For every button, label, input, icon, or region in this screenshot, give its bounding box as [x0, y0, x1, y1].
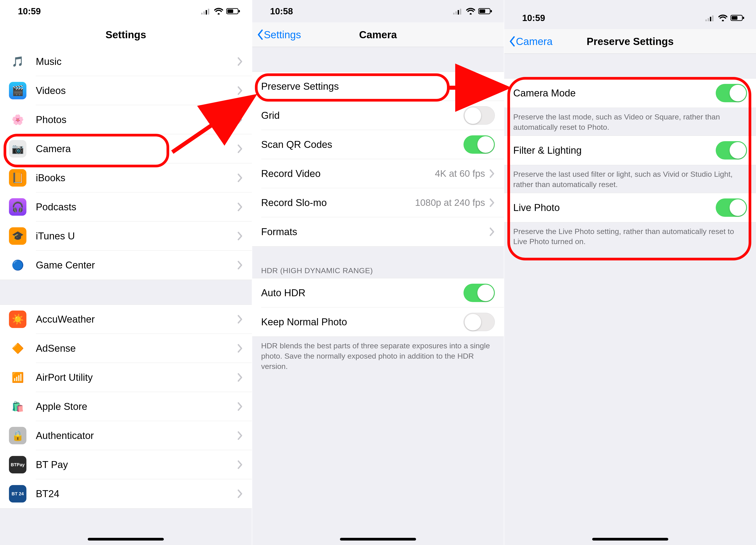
status-indicators: [705, 12, 745, 24]
hdr-section-header: HDR (HIGH DYNAMIC RANGE): [252, 262, 504, 278]
status-time: 10:59: [522, 13, 545, 23]
camera-row-record-video[interactable]: Record Video4K at 60 fps: [252, 159, 504, 188]
chevron-right-icon: [237, 315, 243, 324]
grid-toggle[interactable]: [463, 106, 495, 125]
settings-row-photos[interactable]: 🌸Photos: [0, 105, 252, 134]
chevron-right-icon: [237, 489, 243, 498]
status-indicators: [453, 6, 493, 17]
itunesu-icon: 🎓: [9, 227, 26, 245]
settings-row-ibooks[interactable]: 📙iBooks: [0, 163, 252, 193]
status-time: 10:59: [18, 6, 41, 16]
settings-row-music[interactable]: 🎵Music: [0, 47, 252, 76]
settings-row-apple-store[interactable]: 🛍️Apple Store: [0, 392, 252, 421]
preserve-footer-filter-lighting: Preserve the last used filter or light, …: [504, 165, 756, 193]
camera-row-record-slo-mo[interactable]: Record Slo-mo1080p at 240 fps: [252, 188, 504, 217]
svg-rect-10: [460, 9, 461, 15]
camera-mode-toggle[interactable]: [716, 84, 747, 102]
home-indicator[interactable]: [88, 538, 164, 541]
chevron-right-icon: [237, 57, 243, 66]
photos-icon: 🌸: [9, 111, 26, 128]
settings-row-label: AdSense: [36, 343, 237, 354]
keep-normal-photo-toggle[interactable]: [463, 313, 495, 331]
settings-row-label: Game Center: [36, 260, 237, 271]
cellular-signal-icon: [453, 6, 463, 17]
page-title: Settings: [106, 29, 146, 41]
chevron-right-icon: [237, 203, 243, 212]
svg-rect-6: [239, 10, 240, 12]
camera-row-formats[interactable]: Formats: [252, 217, 504, 246]
navbar: Settings Camera: [252, 22, 504, 47]
music-icon: 🎵: [9, 53, 26, 70]
preserve-row-live-photo[interactable]: Live Photo: [504, 193, 756, 222]
back-label: Settings: [264, 29, 301, 41]
row-label: Keep Normal Photo: [261, 316, 464, 327]
row-label: Record Video: [261, 168, 435, 179]
preserve-row-filter-lighting[interactable]: Filter & Lighting: [504, 136, 756, 165]
applestore-icon: 🛍️: [9, 398, 26, 415]
camera-row-scan-qr-codes[interactable]: Scan QR Codes: [252, 130, 504, 159]
settings-row-airport-utility[interactable]: 📶AirPort Utility: [0, 363, 252, 392]
home-indicator[interactable]: [592, 538, 668, 541]
camera-row-preserve-settings[interactable]: Preserve Settings: [252, 72, 504, 101]
page-title: Preserve Settings: [587, 35, 674, 47]
settings-row-label: iTunes U: [36, 231, 237, 242]
svg-rect-5: [227, 9, 233, 13]
preserve-footer-camera-mode: Preserve the last mode, such as Video or…: [504, 108, 756, 136]
filter-lighting-toggle[interactable]: [716, 141, 747, 160]
settings-row-itunes-u[interactable]: 🎓iTunes U: [0, 222, 252, 251]
chevron-right-icon: [237, 232, 243, 241]
settings-row-authenticator[interactable]: 🔒Authenticator: [0, 421, 252, 450]
settings-row-accuweather[interactable]: ☀️AccuWeather: [0, 305, 252, 334]
chevron-right-icon: [237, 144, 243, 153]
scan-qr-codes-toggle[interactable]: [463, 135, 495, 154]
row-detail: 1080p at 240 fps: [415, 197, 485, 208]
row-label: Grid: [261, 110, 464, 121]
settings-row-label: Apple Store: [36, 401, 237, 412]
home-indicator[interactable]: [340, 538, 416, 541]
chevron-right-icon: [489, 227, 495, 236]
settings-row-camera[interactable]: 📷Camera: [0, 134, 252, 163]
svg-rect-12: [479, 9, 485, 13]
settings-row-label: AirPort Utility: [36, 372, 237, 383]
row-label: Filter & Lighting: [513, 145, 716, 156]
svg-rect-14: [705, 19, 707, 21]
svg-rect-17: [712, 15, 713, 21]
svg-rect-0: [201, 13, 203, 15]
back-button[interactable]: Settings: [257, 29, 301, 41]
settings-row-bt24[interactable]: BT 24BT24: [0, 479, 252, 508]
chevron-right-icon: [237, 344, 243, 353]
settings-row-podcasts[interactable]: 🎧Podcasts: [0, 193, 252, 222]
live-photo-toggle[interactable]: [716, 199, 747, 217]
adsense-icon: 🔶: [9, 339, 26, 357]
status-bar: 10:58: [252, 0, 504, 22]
settings-row-label: Music: [36, 56, 237, 67]
settings-row-label: Camera: [36, 143, 237, 154]
settings-row-label: iBooks: [36, 172, 237, 184]
settings-row-bt-pay[interactable]: BTPayBT Pay: [0, 450, 252, 479]
svg-rect-7: [453, 13, 455, 15]
auto-hdr-toggle[interactable]: [463, 284, 495, 302]
svg-rect-3: [208, 9, 209, 15]
authenticator-icon: 🔒: [9, 427, 26, 444]
row-label: Camera Mode: [513, 88, 716, 99]
row-label: Formats: [261, 226, 490, 238]
settings-row-videos[interactable]: 🎬Videos: [0, 76, 252, 105]
camera-row-auto-hdr[interactable]: Auto HDR: [252, 278, 504, 307]
chevron-right-icon: [237, 173, 243, 182]
back-button[interactable]: Camera: [509, 35, 553, 47]
wifi-icon: [466, 6, 475, 17]
preserve-row-camera-mode[interactable]: Camera Mode: [504, 79, 756, 108]
gamecenter-icon: 🔵: [9, 257, 26, 274]
camera-row-keep-normal-photo[interactable]: Keep Normal Photo: [252, 307, 504, 336]
chevron-right-icon: [237, 86, 243, 95]
preserve-settings-screen: 10:59 Camera Preserve Settings Camera: [504, 0, 756, 545]
settings-row-adsense[interactable]: 🔶AdSense: [0, 334, 252, 363]
settings-row-game-center[interactable]: 🔵Game Center: [0, 251, 252, 279]
navbar: Settings: [0, 22, 252, 47]
videos-icon: 🎬: [9, 82, 26, 99]
svg-rect-19: [732, 16, 737, 20]
chevron-right-icon: [489, 82, 495, 91]
settings-row-label: BT24: [36, 488, 237, 499]
camera-row-grid[interactable]: Grid: [252, 101, 504, 130]
hdr-section-footer: HDR blends the best parts of three separ…: [252, 337, 504, 375]
